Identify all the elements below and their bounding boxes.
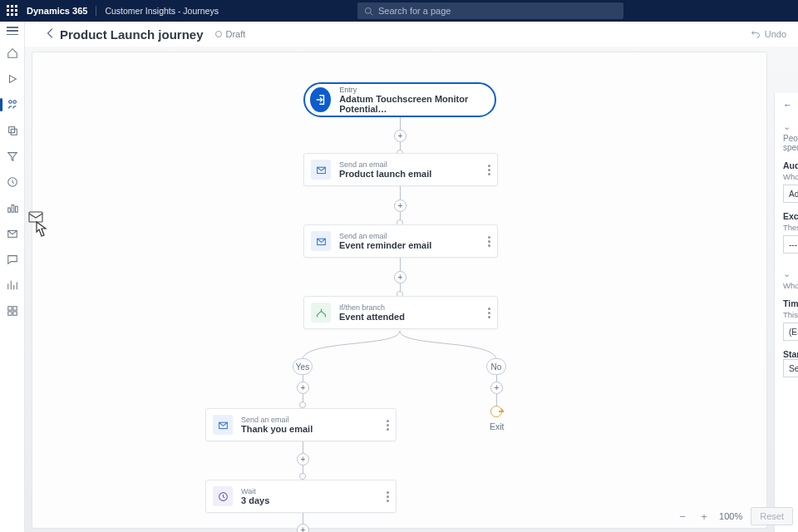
brand-name: Dynamics 365	[27, 6, 87, 16]
connector-line	[496, 394, 497, 406]
svg-point-2	[8, 101, 12, 104]
connector-line	[303, 513, 303, 525]
zoom-level: 100%	[719, 511, 742, 521]
connector-line	[400, 186, 401, 200]
more-icon[interactable]	[488, 234, 490, 249]
global-search[interactable]	[357, 2, 623, 19]
entry-node[interactable]: Entry Adatum Touchscreen Monitor Potenti…	[303, 82, 496, 117]
nav-mail[interactable]	[5, 226, 20, 241]
svg-rect-8	[12, 205, 14, 213]
zoom-controls: − + 100% Reset	[676, 507, 793, 525]
nav-chart[interactable]	[5, 278, 20, 293]
connector-line	[303, 441, 303, 453]
more-icon[interactable]	[488, 306, 490, 320]
nav-insights[interactable]	[5, 200, 20, 215]
add-step-button[interactable]: +	[490, 382, 503, 394]
branch-connector	[282, 331, 523, 364]
search-input[interactable]	[378, 6, 617, 16]
undo-icon	[751, 29, 761, 39]
svg-rect-14	[12, 312, 16, 315]
back-icon[interactable]	[45, 27, 57, 39]
entry-icon	[310, 87, 331, 112]
nav-duplicate[interactable]	[5, 123, 20, 138]
connector-line	[496, 375, 497, 382]
more-icon[interactable]	[488, 163, 490, 177]
add-step-button[interactable]: +	[297, 453, 309, 466]
add-step-button[interactable]: +	[394, 200, 406, 212]
nav-tiles[interactable]	[5, 303, 20, 318]
branch-no-label: No	[486, 358, 506, 375]
connector-line	[400, 117, 401, 131]
branch-yes-label: Yes	[293, 358, 313, 375]
svg-point-0	[365, 7, 371, 13]
add-step-button[interactable]: +	[297, 524, 309, 532]
nav-filter[interactable]	[5, 149, 20, 164]
chevron-down-icon[interactable]: ⌄	[783, 268, 791, 279]
svg-rect-7	[7, 208, 10, 212]
nav-journeys[interactable]	[5, 97, 20, 112]
status-badge: Draft	[215, 29, 246, 39]
svg-rect-11	[7, 307, 11, 310]
status-dot-icon	[215, 31, 222, 37]
join-dot	[299, 473, 306, 480]
add-step-button[interactable]: +	[394, 271, 406, 283]
svg-rect-4	[8, 127, 14, 133]
audience-input[interactable]: Adatum Touchscreen Monitor	[783, 185, 798, 203]
step-wait-3-days[interactable]: Wait3 days	[205, 480, 397, 513]
more-icon[interactable]	[387, 418, 389, 432]
zoom-out-button[interactable]: −	[676, 510, 689, 523]
connector-line	[400, 258, 401, 271]
step-email-event-reminder[interactable]: Send an emailEvent reminder email	[303, 224, 498, 258]
email-icon	[213, 415, 233, 435]
chevron-down-icon[interactable]: ⌄	[783, 121, 791, 132]
exit-label: Exit	[490, 421, 505, 431]
add-step-button[interactable]: +	[394, 130, 406, 142]
side-panel[interactable]: ← ⌄ People enter this journey when they …	[774, 93, 798, 532]
app-launcher-icon[interactable]	[7, 5, 18, 17]
email-icon	[311, 231, 331, 251]
step-branch-event-attended[interactable]: If/then branchEvent attended	[303, 296, 498, 329]
svg-point-3	[12, 101, 16, 104]
nav-home[interactable]	[5, 46, 20, 61]
join-dot	[299, 401, 306, 408]
timezone-input[interactable]: (EST) Eastern Standard Time	[783, 323, 798, 341]
nav-play[interactable]	[5, 71, 20, 86]
undo-button[interactable]: Undo	[751, 29, 786, 39]
connector-line	[303, 375, 303, 382]
step-email-product-launch[interactable]: Send an emailProduct launch email	[303, 153, 498, 186]
search-icon	[364, 7, 373, 16]
zoom-reset-button[interactable]: Reset	[751, 507, 793, 525]
svg-rect-13	[7, 312, 11, 315]
panel-back-icon[interactable]: ←	[783, 100, 798, 110]
wait-icon	[213, 486, 233, 506]
nav-chat[interactable]	[5, 252, 20, 267]
hamburger-icon[interactable]	[7, 27, 18, 35]
email-icon	[311, 160, 331, 180]
topbar: Dynamics 365 Customer Insights - Journey…	[0, 0, 798, 22]
nav-clock[interactable]	[5, 175, 20, 190]
page-title: Product Launch journey	[60, 27, 204, 42]
exclude-input[interactable]: ---	[783, 235, 798, 254]
add-step-button[interactable]: +	[297, 382, 309, 394]
canvas-wrap: Entry Adatum Touchscreen Monitor Potenti…	[25, 47, 798, 532]
branch-icon	[311, 303, 331, 323]
svg-rect-9	[15, 206, 17, 212]
brand-sub: Customer Insights - Journeys	[96, 6, 219, 16]
step-email-thank-you[interactable]: Send an emailThank you email	[205, 408, 397, 441]
svg-line-1	[371, 12, 373, 15]
zoom-in-button[interactable]: +	[697, 510, 711, 523]
svg-rect-5	[11, 129, 17, 135]
start-date-input[interactable]: Select a date	[783, 359, 798, 377]
more-icon[interactable]	[387, 490, 389, 504]
journey-canvas[interactable]: Entry Adatum Touchscreen Monitor Potenti…	[32, 52, 767, 529]
svg-rect-12	[12, 307, 16, 310]
left-nav-rail	[0, 22, 25, 532]
exit-icon	[490, 406, 502, 417]
page-header: Product Launch journey Draft Undo	[0, 22, 798, 47]
